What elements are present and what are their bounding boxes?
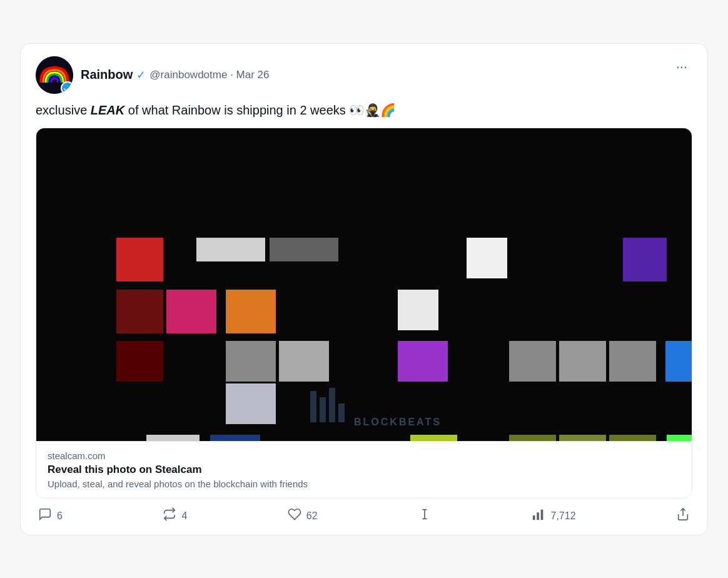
pixelated-image: BLOCKBEATS bbox=[36, 128, 692, 441]
svg-rect-24 bbox=[509, 435, 556, 441]
avatar[interactable] bbox=[36, 56, 73, 94]
reply-count: 6 bbox=[57, 510, 63, 522]
views-button[interactable]: 7,712 bbox=[532, 507, 575, 525]
user-handle[interactable]: @rainbowdotme bbox=[149, 69, 227, 81]
svg-rect-16 bbox=[559, 341, 606, 382]
tweet-text: exclusive LEAK of what Rainbow is shippi… bbox=[36, 101, 692, 119]
svg-rect-39 bbox=[533, 515, 535, 519]
share-icon bbox=[676, 507, 690, 525]
svg-rect-5 bbox=[467, 238, 507, 278]
svg-rect-41 bbox=[541, 509, 543, 520]
svg-rect-31 bbox=[310, 391, 316, 422]
like-button[interactable]: 62 bbox=[288, 507, 318, 525]
svg-rect-14 bbox=[398, 341, 448, 382]
tweet-header: Rainbow ✓ @rainbowdotme · Mar 26 ··· bbox=[36, 56, 692, 94]
share-button[interactable] bbox=[676, 507, 690, 525]
retweet-button[interactable]: 4 bbox=[163, 507, 187, 525]
svg-rect-25 bbox=[559, 435, 606, 441]
user-name[interactable]: Rainbow bbox=[81, 68, 133, 82]
tweet-card: Rainbow ✓ @rainbowdotme · Mar 26 ··· exc… bbox=[20, 43, 708, 535]
svg-rect-19 bbox=[226, 383, 276, 424]
bookmark-button[interactable] bbox=[418, 507, 432, 525]
svg-rect-2 bbox=[116, 238, 163, 281]
link-domain: stealcam.com bbox=[48, 450, 680, 461]
svg-rect-6 bbox=[623, 238, 667, 281]
reply-button[interactable]: 6 bbox=[38, 507, 63, 525]
svg-rect-15 bbox=[509, 341, 556, 382]
views-icon bbox=[532, 507, 545, 525]
svg-rect-17 bbox=[609, 341, 656, 382]
retweet-icon bbox=[163, 507, 176, 525]
svg-rect-18 bbox=[665, 341, 692, 382]
more-options-button[interactable]: ··· bbox=[671, 56, 692, 78]
reply-icon bbox=[38, 507, 52, 525]
svg-rect-26 bbox=[609, 435, 656, 441]
svg-rect-33 bbox=[329, 388, 335, 422]
svg-rect-13 bbox=[279, 341, 329, 382]
link-preview[interactable]: stealcam.com Reveal this photo on Stealc… bbox=[36, 441, 692, 498]
svg-rect-8 bbox=[166, 290, 216, 333]
svg-rect-23 bbox=[410, 435, 457, 441]
svg-rect-7 bbox=[116, 290, 163, 333]
svg-rect-1 bbox=[36, 128, 692, 441]
tweet-date[interactable]: Mar 26 bbox=[236, 69, 270, 81]
svg-rect-3 bbox=[196, 238, 265, 261]
tweet-header-left: Rainbow ✓ @rainbowdotme · Mar 26 bbox=[36, 56, 270, 94]
svg-rect-27 bbox=[667, 435, 692, 441]
tweet-text-leak: LEAK bbox=[91, 103, 124, 117]
svg-rect-32 bbox=[320, 397, 326, 422]
like-count: 62 bbox=[306, 510, 318, 522]
tweet-image[interactable]: BLOCKBEATS stealcam.com Reveal this phot… bbox=[36, 128, 692, 499]
tweet-text-before: exclusive bbox=[36, 103, 91, 117]
user-info: Rainbow ✓ @rainbowdotme · Mar 26 bbox=[81, 68, 270, 82]
link-description: Upload, steal, and reveal photos on the … bbox=[48, 479, 680, 489]
user-name-row: Rainbow ✓ @rainbowdotme · Mar 26 bbox=[81, 68, 270, 82]
svg-rect-12 bbox=[226, 341, 276, 382]
link-title: Reveal this photo on Stealcam bbox=[48, 464, 680, 476]
heart-icon bbox=[288, 507, 301, 525]
svg-rect-40 bbox=[537, 512, 540, 520]
svg-rect-22 bbox=[210, 435, 260, 441]
avatar-badge bbox=[61, 81, 73, 94]
tweet-text-after: of what Rainbow is shipping in 2 weeks 👀… bbox=[124, 103, 396, 117]
svg-rect-9 bbox=[226, 290, 276, 333]
svg-rect-4 bbox=[270, 238, 338, 261]
bookmark-icon bbox=[418, 507, 432, 525]
separator: · bbox=[230, 69, 236, 81]
svg-rect-11 bbox=[116, 341, 163, 382]
retweet-count: 4 bbox=[181, 510, 187, 522]
svg-rect-10 bbox=[398, 290, 438, 330]
svg-rect-34 bbox=[338, 403, 345, 422]
user-handle-time: @rainbowdotme · Mar 26 bbox=[149, 69, 269, 81]
svg-rect-20 bbox=[146, 435, 200, 441]
views-count: 7,712 bbox=[550, 510, 575, 522]
svg-text:BLOCKBEATS: BLOCKBEATS bbox=[354, 417, 442, 427]
verified-badge: ✓ bbox=[136, 68, 146, 82]
tweet-actions: 6 4 62 bbox=[36, 507, 692, 525]
